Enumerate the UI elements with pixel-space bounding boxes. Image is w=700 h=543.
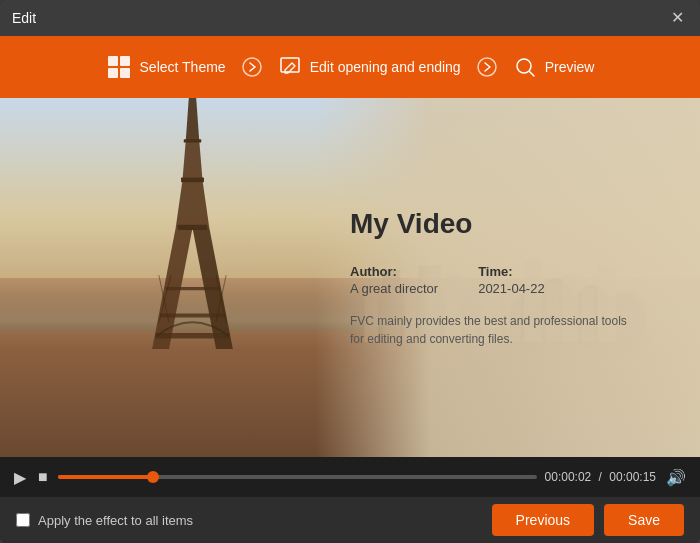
progress-thumb: [147, 471, 159, 483]
previous-button[interactable]: Previous: [492, 504, 594, 536]
svg-rect-0: [108, 56, 118, 66]
video-description: FVC mainly provides the best and profess…: [350, 312, 630, 348]
apply-effect-label[interactable]: Apply the effect to all items: [16, 513, 193, 528]
step-edit-opening[interactable]: Edit opening and ending: [268, 55, 471, 79]
step-separator-2: [471, 57, 503, 77]
edit-icon: [278, 55, 302, 79]
close-button[interactable]: ✕: [667, 8, 688, 28]
volume-button[interactable]: 🔊: [664, 466, 688, 489]
bottom-buttons: Previous Save: [492, 504, 684, 536]
title-bar: Edit ✕: [0, 0, 700, 36]
step1-label: Select Theme: [140, 59, 226, 75]
edit-window: Edit ✕ Select Theme: [0, 0, 700, 543]
time-value: 2021-04-22: [478, 281, 545, 296]
step3-label: Preview: [545, 59, 595, 75]
current-time: 00:00:02 / 00:00:15: [545, 470, 656, 484]
apply-effect-checkbox[interactable]: [16, 513, 30, 527]
step2-label: Edit opening and ending: [310, 59, 461, 75]
svg-point-4: [243, 58, 261, 76]
theme-icon: [106, 54, 132, 80]
step-separator-1: [236, 57, 268, 77]
steps-bar: Select Theme Edit opening and ending: [0, 36, 700, 98]
total-time-value: 00:00:15: [609, 470, 656, 484]
play-button[interactable]: ▶: [12, 466, 28, 489]
preview-icon: [513, 55, 537, 79]
svg-rect-3: [120, 68, 130, 78]
author-label: Author:: [350, 264, 438, 279]
svg-rect-2: [108, 68, 118, 78]
video-area: My Video Author: A great director Time: …: [0, 98, 700, 457]
time-separator: /: [599, 470, 602, 484]
author-group: Author: A great director: [350, 264, 438, 296]
svg-line-8: [529, 72, 534, 77]
time-group: Time: 2021-04-22: [478, 264, 545, 296]
video-overlay: My Video Author: A great director Time: …: [0, 98, 700, 457]
window-title: Edit: [12, 10, 36, 26]
svg-rect-1: [120, 56, 130, 66]
stop-button[interactable]: ■: [36, 466, 50, 488]
save-button[interactable]: Save: [604, 504, 684, 536]
svg-point-7: [517, 59, 531, 73]
time-label: Time:: [478, 264, 545, 279]
video-title: My Video: [350, 208, 660, 240]
progress-fill: [58, 475, 154, 479]
step-preview[interactable]: Preview: [503, 55, 605, 79]
video-meta: Author: A great director Time: 2021-04-2…: [350, 264, 660, 296]
svg-point-6: [478, 58, 496, 76]
controls-bar: ▶ ■ 00:00:02 / 00:00:15 🔊: [0, 457, 700, 497]
author-value: A great director: [350, 281, 438, 296]
step-select-theme[interactable]: Select Theme: [96, 54, 236, 80]
apply-effect-text: Apply the effect to all items: [38, 513, 193, 528]
current-time-value: 00:00:02: [545, 470, 592, 484]
progress-bar[interactable]: [58, 475, 537, 479]
bottom-bar: Apply the effect to all items Previous S…: [0, 497, 700, 543]
